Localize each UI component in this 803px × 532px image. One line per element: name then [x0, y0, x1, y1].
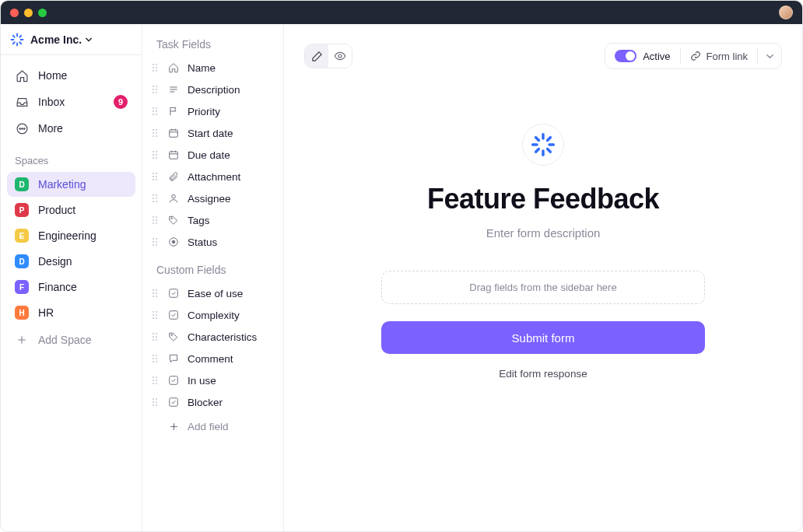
field-description[interactable]: Description	[142, 79, 283, 100]
drag-handle-icon[interactable]	[152, 289, 160, 298]
space-item-hr[interactable]: HHR	[7, 300, 135, 325]
fields-dropzone[interactable]: Drag fields from the sidebar here	[381, 271, 705, 304]
field-comment[interactable]: Comment	[142, 348, 283, 369]
drag-handle-icon[interactable]	[152, 215, 160, 225]
svg-point-122	[156, 404, 157, 406]
nav-inbox[interactable]: Inbox 9	[7, 89, 135, 114]
check-icon	[167, 374, 180, 387]
svg-point-58	[156, 176, 157, 177]
field-complexity[interactable]: Complexity	[142, 304, 283, 326]
pencil-icon	[311, 51, 323, 62]
inbox-icon	[15, 95, 29, 109]
plus-icon	[15, 333, 29, 347]
svg-point-11	[23, 128, 24, 128]
svg-point-10	[21, 128, 22, 128]
workspace-switcher[interactable]: Acme Inc.	[1, 24, 142, 55]
home-icon	[15, 68, 29, 82]
space-item-marketing[interactable]: DMarketing	[7, 172, 135, 197]
field-ease-of-use[interactable]: Ease of use	[142, 282, 283, 304]
avatar[interactable]	[779, 5, 793, 19]
field-characteristics[interactable]: Characteristics	[142, 326, 283, 348]
edit-form-response-link[interactable]: Edit form response	[499, 368, 587, 380]
submit-button[interactable]: Submit form	[381, 321, 705, 354]
drag-handle-icon[interactable]	[152, 150, 160, 159]
svg-point-82	[172, 240, 175, 243]
svg-line-131	[536, 138, 539, 141]
drag-handle-icon[interactable]	[152, 332, 160, 341]
add-space-button[interactable]: Add Space	[7, 327, 135, 352]
window-controls	[10, 9, 47, 17]
svg-point-30	[156, 107, 157, 109]
svg-point-34	[156, 114, 157, 115]
tag-icon	[167, 331, 180, 343]
field-assignee[interactable]: Assignee	[142, 187, 283, 209]
svg-point-110	[153, 376, 154, 378]
svg-point-61	[153, 194, 154, 196]
form-title[interactable]: Feature Feedback	[427, 183, 659, 215]
field-tags[interactable]: Tags	[142, 209, 283, 231]
field-start-date[interactable]: Start date	[142, 122, 283, 144]
svg-point-14	[153, 64, 154, 65]
space-icon: F	[15, 280, 29, 294]
field-attachment[interactable]: Attachment	[142, 166, 283, 187]
drag-handle-icon[interactable]	[152, 354, 160, 363]
space-item-product[interactable]: PProduct	[7, 198, 135, 222]
space-item-engineering[interactable]: EEngineering	[7, 223, 135, 248]
space-icon: D	[15, 177, 29, 191]
svg-point-47	[153, 154, 154, 156]
drag-handle-icon[interactable]	[152, 107, 160, 116]
svg-point-16	[153, 67, 154, 68]
svg-point-102	[156, 339, 157, 341]
maximize-window-button[interactable]	[38, 9, 47, 17]
form-link-more-button[interactable]	[758, 44, 781, 68]
svg-point-20	[153, 86, 154, 87]
drag-handle-icon[interactable]	[152, 310, 160, 320]
minimize-window-button[interactable]	[24, 9, 33, 17]
space-label: Product	[38, 204, 75, 216]
field-priority[interactable]: Priority	[142, 100, 283, 122]
svg-point-106	[153, 358, 154, 359]
field-label: Tags	[188, 215, 210, 226]
edit-mode-button[interactable]	[305, 44, 328, 68]
field-name[interactable]: Name	[142, 57, 283, 79]
svg-rect-51	[170, 152, 178, 159]
svg-point-49	[153, 157, 154, 159]
drag-handle-icon[interactable]	[152, 172, 160, 181]
svg-rect-96	[170, 311, 178, 320]
svg-point-119	[153, 401, 154, 403]
nav-home[interactable]: Home	[7, 63, 135, 88]
field-in-use[interactable]: In use	[142, 369, 283, 391]
space-icon: D	[15, 254, 29, 268]
svg-point-56	[156, 173, 157, 174]
user-icon	[167, 192, 180, 205]
svg-point-95	[156, 317, 157, 319]
tag-icon	[167, 214, 180, 226]
svg-point-17	[156, 67, 157, 68]
drag-handle-icon[interactable]	[152, 63, 160, 72]
drag-handle-icon[interactable]	[152, 128, 160, 138]
svg-point-59	[153, 179, 154, 180]
close-window-button[interactable]	[10, 9, 19, 17]
svg-point-24	[153, 92, 154, 93]
form-description-placeholder[interactable]: Enter form description	[486, 226, 601, 240]
svg-point-46	[156, 151, 157, 152]
field-due-date[interactable]: Due date	[142, 144, 283, 166]
svg-point-84	[156, 289, 157, 291]
active-toggle[interactable]	[615, 50, 636, 62]
drag-handle-icon[interactable]	[152, 194, 160, 203]
field-blocker[interactable]: Blocker	[142, 391, 283, 413]
preview-mode-button[interactable]	[328, 44, 352, 68]
field-status[interactable]: Status	[142, 231, 283, 253]
drag-handle-icon[interactable]	[152, 237, 160, 247]
form-link-button[interactable]: Form link	[681, 44, 757, 68]
svg-point-108	[153, 361, 154, 362]
drag-handle-icon[interactable]	[152, 85, 160, 94]
svg-point-70	[153, 219, 154, 221]
space-item-finance[interactable]: FFinance	[7, 275, 135, 299]
svg-point-75	[153, 238, 154, 240]
drag-handle-icon[interactable]	[152, 397, 160, 407]
drag-handle-icon[interactable]	[152, 376, 160, 385]
add-field-button[interactable]: Add field	[142, 415, 283, 438]
nav-more[interactable]: More	[7, 116, 135, 141]
space-item-design[interactable]: DDesign	[7, 249, 135, 274]
